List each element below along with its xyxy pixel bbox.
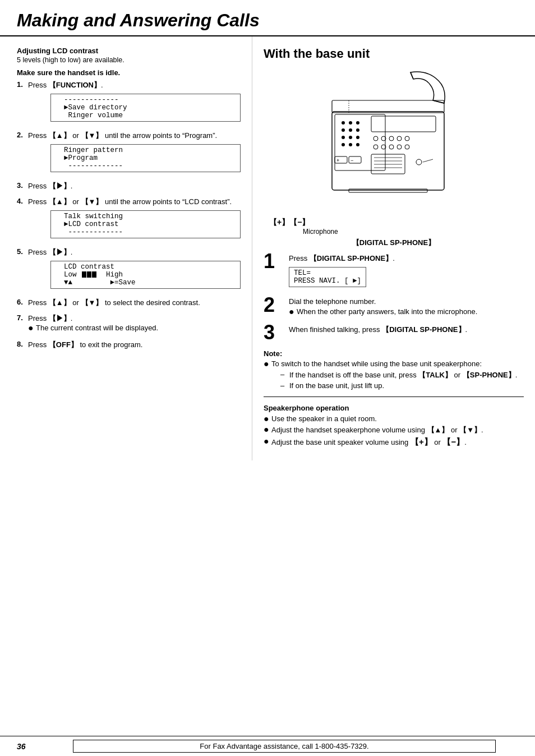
note-sub-1-text: If the handset is off the base unit, pre…: [289, 370, 517, 380]
step-7-num: 7.: [17, 314, 28, 322]
speakerphone-heading: Speakerphone operation: [264, 404, 524, 412]
svg-rect-32: [349, 189, 427, 192]
page-footer: 36 For Fax Advantage assistance, call 1-…: [0, 736, 535, 756]
step-4-key2: 【▼】: [81, 197, 103, 206]
step-4: 4. Press 【▲】 or 【▼】 until the arrow poin…: [17, 197, 241, 242]
sub-bullet-dash-2: –: [280, 381, 289, 390]
step-2-num: 2.: [17, 131, 28, 139]
big-step-2-num: 2: [264, 295, 289, 315]
note-bullet-1: ● To switch to the handset while using t…: [264, 359, 524, 368]
step-3-text: Press 【▶】.: [28, 181, 241, 191]
svg-point-18: [397, 136, 402, 141]
svg-point-23: [397, 145, 402, 149]
plus-minus-label: 【+】【−】: [269, 218, 310, 228]
svg-point-5: [342, 128, 345, 132]
svg-text:+: +: [336, 158, 339, 163]
divider: [264, 397, 524, 397]
phone-svg: + −: [315, 67, 472, 213]
step-5-lcd: LCD contrast Low High ▼▲ ►=Save: [50, 261, 241, 289]
step-2-lcd: Ringer pattern ►Program -------------: [50, 144, 241, 172]
bullet-dot-7: ●: [28, 324, 36, 333]
big-step-1-num: 1: [264, 251, 289, 271]
speakerphone-bullet-3: ● Adjust the base unit speaker volume us…: [264, 437, 524, 448]
content-area: Adjusting LCD contrast 5 levels (high to…: [0, 36, 535, 460]
step-2-key2: 【▼】: [81, 131, 103, 140]
note-section: Note: ● To switch to the handset while u…: [264, 349, 524, 390]
speakerphone-bullet-2-text: Adjust the handset speakerphone volume u…: [271, 425, 483, 435]
page-title: Making and Answering Calls: [0, 0, 535, 36]
step-1-key: 【FUNCTION】: [49, 81, 101, 89]
phone-illustration-area: + −: [264, 67, 524, 214]
step-7: 7. Press 【▶】. ● The current contrast wil…: [17, 314, 241, 334]
step-8: 8. Press 【OFF】 to exit the program.: [17, 340, 241, 350]
big-step-2-content: Dial the telephone number. ● When the ot…: [289, 297, 524, 318]
step-6-text: Press 【▲】 or 【▼】 to select the desired c…: [28, 298, 241, 308]
sp-key1: 【▲】: [427, 426, 449, 434]
big-step-1: 1 Press 【DIGITAL SP-PHONE】. TEL= PRESS N…: [264, 253, 524, 291]
svg-point-13: [356, 143, 359, 146]
svg-rect-30: [332, 100, 444, 113]
step-8-key: 【OFF】: [49, 340, 78, 349]
step-3-num: 3.: [17, 181, 28, 190]
speakerphone-bullet-1: ● Use the speaker in a quiet room.: [264, 414, 524, 423]
step-7-key: 【▶】: [49, 314, 71, 322]
big-step-2-bullet-text: When the other party answers, talk into …: [297, 307, 477, 316]
step-2-text: Press 【▲】 or 【▼】 until the arrow points …: [28, 131, 241, 141]
svg-point-2: [342, 121, 345, 125]
step-4-lcd: Talk switching ►LCD contrast -----------…: [50, 210, 241, 238]
note-sub-1-key1: 【TALK】: [418, 371, 452, 379]
step-1-num: 1.: [17, 80, 28, 89]
bullet-dot-note1: ●: [264, 359, 271, 368]
svg-point-19: [405, 136, 409, 141]
big-step-3-text: When finished talking, press 【DIGITAL SP…: [289, 325, 467, 334]
step-8-num: 8.: [17, 340, 28, 348]
svg-point-4: [356, 121, 359, 125]
svg-rect-25: [371, 154, 405, 174]
make-sure-label: Make sure the handset is idle.: [17, 68, 241, 77]
step-6-key2: 【▼】: [81, 298, 103, 307]
sp-key4: 【−】: [442, 437, 464, 446]
svg-point-12: [349, 143, 352, 146]
svg-point-15: [373, 136, 378, 141]
big-step-1-content: Press 【DIGITAL SP-PHONE】. TEL= PRESS NAV…: [289, 253, 524, 291]
svg-point-11: [342, 143, 345, 146]
step-6-num: 6.: [17, 298, 28, 306]
step-6-key1: 【▲】: [49, 298, 71, 307]
speakerphone-section: Speakerphone operation ● Use the speaker…: [264, 404, 524, 448]
svg-rect-14: [371, 116, 436, 132]
big-step-1-lcd: TEL= PRESS NAVI. [ ►]: [289, 267, 366, 287]
step-3: 3. Press 【▶】.: [17, 181, 241, 191]
sp-key3: 【+】: [411, 437, 432, 446]
note-sub-2-text: If on the base unit, just lift up.: [289, 381, 384, 390]
svg-point-24: [405, 145, 409, 149]
svg-point-8: [342, 136, 345, 139]
step-5: 5. Press 【▶】. LCD contrast Low High ▼▲ ►…: [17, 247, 241, 292]
svg-point-6: [349, 128, 352, 132]
step-7-bullet: ● The current contrast will be displayed…: [28, 324, 241, 333]
step-5-text: Press 【▶】.: [28, 247, 241, 257]
svg-point-33: [416, 159, 422, 165]
svg-point-7: [356, 128, 359, 132]
step-4-key1: 【▲】: [49, 197, 71, 206]
step-5-num: 5.: [17, 247, 28, 256]
step-1-text: Press 【FUNCTION】.: [28, 80, 241, 90]
big-step-1-text: Press 【DIGITAL SP-PHONE】.: [289, 254, 395, 262]
note-sub-2: – If on the base unit, just lift up.: [280, 381, 524, 390]
bullet-dot-sp1: ●: [264, 414, 271, 423]
step-7-bullet-text: The current contrast will be displayed.: [36, 324, 158, 333]
step-3-key: 【▶】: [49, 182, 71, 190]
sp-key2: 【▼】: [459, 426, 481, 434]
footer-center-text: For Fax Advantage assistance, call 1-800…: [73, 740, 496, 753]
svg-point-9: [349, 136, 352, 139]
big-step-2-bullet: ● When the other party answers, talk int…: [289, 307, 524, 316]
step-6: 6. Press 【▲】 or 【▼】 to select the desire…: [17, 298, 241, 308]
svg-rect-0: [332, 112, 444, 190]
bullet-dot-sp2: ●: [264, 425, 271, 435]
step-2-key1: 【▲】: [49, 131, 71, 140]
big-step-1-key: 【DIGITAL SP-PHONE】: [310, 254, 393, 262]
svg-line-34: [423, 159, 433, 162]
section-heading-lcd: Adjusting LCD contrast: [17, 47, 241, 55]
step-4-num: 4.: [17, 197, 28, 205]
svg-text:−: −: [350, 158, 353, 163]
step-5-key: 【▶】: [49, 248, 71, 256]
